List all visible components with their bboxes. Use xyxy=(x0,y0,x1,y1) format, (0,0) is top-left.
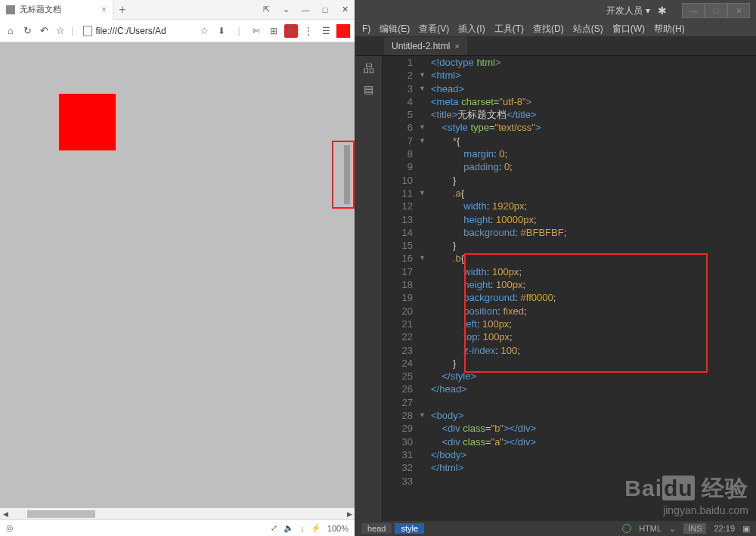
fold-marker[interactable] xyxy=(419,278,429,291)
code-line[interactable]: <head> xyxy=(431,82,756,95)
code-line[interactable]: } xyxy=(431,239,756,252)
fold-marker[interactable] xyxy=(419,174,429,187)
developer-button[interactable]: 开发人员 ▾ xyxy=(606,5,650,17)
back-icon[interactable]: ↶ xyxy=(38,25,50,37)
fold-marker[interactable] xyxy=(419,95,429,108)
scroll-thumb[interactable] xyxy=(27,510,95,518)
fold-marker[interactable] xyxy=(419,422,429,435)
fold-marker[interactable] xyxy=(419,344,429,357)
fold-marker[interactable] xyxy=(419,383,429,395)
audio-icon[interactable]: 🔈 xyxy=(284,523,294,533)
gear-icon[interactable]: ✱ xyxy=(658,5,667,17)
home-icon[interactable]: ⌂ xyxy=(5,25,17,37)
code-line[interactable]: left: 100px; xyxy=(431,318,756,330)
fold-marker[interactable] xyxy=(419,318,429,330)
page-viewport[interactable] xyxy=(0,42,355,508)
scroll-right-icon[interactable]: ▶ xyxy=(344,510,355,518)
code-line[interactable]: .a{ xyxy=(431,187,756,200)
minimize-button[interactable]: — xyxy=(682,3,705,18)
menu-item[interactable]: 查看(V) xyxy=(415,23,453,36)
chevron-down-icon[interactable]: ⌄ xyxy=(669,524,676,534)
star-icon[interactable]: ☆ xyxy=(197,24,211,38)
minimize-button[interactable]: — xyxy=(296,2,315,18)
close-icon[interactable]: × xyxy=(454,42,459,51)
tree-icon[interactable]: 品 xyxy=(364,62,374,76)
code-line[interactable]: z-index: 100; xyxy=(431,344,756,357)
horizontal-scrollbar[interactable]: ◀ ▶ xyxy=(0,508,355,519)
code-line[interactable]: <html> xyxy=(431,69,756,82)
code-line[interactable]: <div class="a"></div> xyxy=(431,435,756,448)
code-line[interactable]: height: 100px; xyxy=(431,278,756,291)
fold-marker[interactable] xyxy=(419,226,429,239)
code-line[interactable]: top: 100px; xyxy=(431,330,756,343)
ext-shop-icon[interactable]: 店 xyxy=(284,24,298,38)
menu-item[interactable]: 插入(I) xyxy=(454,23,488,36)
code-line[interactable]: background: #BFBFBF; xyxy=(431,226,756,239)
fold-marker[interactable] xyxy=(419,370,429,383)
fold-marker[interactable] xyxy=(419,239,429,252)
code-line[interactable]: position: fixed; xyxy=(431,305,756,318)
browser-tab[interactable]: 无标题文档 × xyxy=(0,0,113,20)
fold-marker[interactable]: ▼ xyxy=(419,82,429,95)
screen-icon[interactable]: ▣ xyxy=(742,524,750,534)
fold-marker[interactable] xyxy=(419,461,429,474)
code-line[interactable]: } xyxy=(431,357,756,370)
zoom-level[interactable]: 100% xyxy=(327,524,349,533)
code-line[interactable]: <style type="text/css"> xyxy=(431,121,756,134)
fold-column[interactable]: ▼▼▼▼▼▼▼ xyxy=(419,56,429,488)
scroll-track[interactable] xyxy=(11,510,344,519)
language-label[interactable]: HTML xyxy=(639,524,662,533)
fold-marker[interactable] xyxy=(419,475,429,488)
maximize-button[interactable]: □ xyxy=(315,2,335,18)
close-button[interactable]: ✕ xyxy=(335,2,355,18)
menu-item[interactable]: F) xyxy=(358,23,374,34)
pin-icon[interactable]: ⇱ xyxy=(256,2,276,18)
code-line[interactable]: width: 1920px; xyxy=(431,200,756,212)
status-msg-icon[interactable]: ◎ xyxy=(6,523,14,533)
menu-item[interactable]: 编辑(E) xyxy=(376,23,414,36)
qr-icon[interactable]: ⊞ xyxy=(267,24,280,38)
code-line[interactable]: } xyxy=(431,174,756,187)
fold-marker[interactable] xyxy=(419,396,429,409)
fold-marker[interactable] xyxy=(419,213,429,226)
fold-marker[interactable] xyxy=(419,147,429,160)
code-line[interactable]: background: #ff0000; xyxy=(431,291,756,304)
pin-icon[interactable]: ⤢ xyxy=(271,523,277,533)
code-lines[interactable]: <!doctype html><html><head><meta charset… xyxy=(431,56,756,488)
favorite-icon[interactable]: ☆ xyxy=(54,25,67,37)
avatar-icon[interactable] xyxy=(336,24,350,38)
menu-item[interactable]: 查找(D) xyxy=(529,23,568,36)
code-line[interactable]: </body> xyxy=(431,448,756,461)
ok-icon[interactable] xyxy=(622,524,631,533)
menu-item[interactable]: 窗口(W) xyxy=(609,23,649,36)
new-tab-button[interactable]: + xyxy=(113,3,132,17)
code-line[interactable]: width: 100px; xyxy=(431,265,756,278)
dropdown-icon[interactable]: ⌄ xyxy=(276,2,296,18)
code-line[interactable]: padding: 0; xyxy=(431,160,756,173)
code-line[interactable]: <body> xyxy=(431,409,756,422)
code-line[interactable]: <div class="b"></div> xyxy=(431,422,756,435)
maximize-button[interactable]: □ xyxy=(705,3,727,18)
fold-marker[interactable] xyxy=(419,200,429,212)
code-line[interactable]: <!doctype html> xyxy=(431,56,756,69)
menu-icon[interactable]: ⋮ xyxy=(302,24,315,38)
fold-marker[interactable] xyxy=(419,265,429,278)
menu-item[interactable]: 工具(T) xyxy=(491,23,528,36)
file-tab[interactable]: Untitled-2.html × xyxy=(384,37,467,55)
download-icon[interactable]: ↓ xyxy=(300,524,305,533)
menu-item[interactable]: 帮助(H) xyxy=(650,23,689,36)
close-icon[interactable]: × xyxy=(101,5,107,15)
fold-marker[interactable] xyxy=(419,435,429,448)
code-line[interactable]: .b{ xyxy=(431,252,756,265)
fold-marker[interactable] xyxy=(419,330,429,343)
speed-icon[interactable]: ⚡ xyxy=(311,523,321,533)
fold-marker[interactable] xyxy=(419,448,429,461)
url-bar[interactable]: file:///C:/Users/Ad xyxy=(78,23,193,39)
scissors-icon[interactable]: ✄ xyxy=(249,24,263,38)
code-line[interactable]: margin: 0; xyxy=(431,147,756,160)
fold-marker[interactable] xyxy=(419,357,429,370)
fold-marker[interactable]: ▼ xyxy=(419,187,429,200)
scroll-left-icon[interactable]: ◀ xyxy=(0,510,11,518)
code-line[interactable]: <meta charset="utf-8"> xyxy=(431,95,756,108)
code-line[interactable] xyxy=(431,396,756,409)
